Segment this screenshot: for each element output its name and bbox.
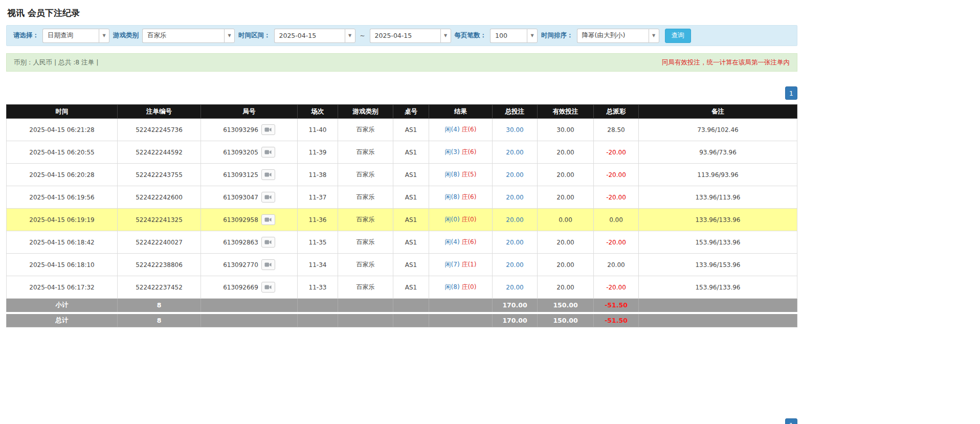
result-player: 闲(7): [445, 261, 460, 268]
video-replay-button[interactable]: [261, 169, 275, 180]
page-1-button[interactable]: 1: [785, 418, 797, 424]
chevron-down-icon[interactable]: ▼: [440, 29, 451, 43]
total-bet-link[interactable]: 30.00: [506, 126, 523, 133]
total-bet-link[interactable]: 20.00: [506, 239, 523, 246]
page-size-label: 每页笔数：: [455, 31, 487, 40]
query-type-select[interactable]: 日期查询 ▼: [42, 29, 109, 43]
pagination-top: 1: [6, 86, 797, 100]
subtotal-empty-cell: [393, 299, 429, 313]
video-replay-button[interactable]: [261, 192, 275, 203]
page-container: 视讯 会员下注纪录 请选择： 日期查询 ▼ 游戏类别 百家乐 ▼ 时间区间： 2…: [6, 0, 797, 424]
video-replay-button[interactable]: [261, 237, 275, 248]
round-id-text: 613093047: [223, 194, 258, 201]
game-type-value: 百家乐: [142, 29, 224, 43]
cell-valid-bet: 20.00: [538, 276, 594, 299]
cell-game: 百家乐: [338, 276, 393, 299]
round-id-text: 613092669: [223, 284, 258, 291]
records-table: 时间 注单编号 局号 场次 游戏类别 桌号 结果 总投注 有效投注 总派彩 备注…: [6, 104, 797, 327]
col-header-result: 结果: [429, 105, 493, 119]
cell-total-bet: 20.00: [493, 276, 538, 299]
total-bet-link[interactable]: 20.00: [506, 171, 523, 178]
table-row: 2025-04-15 06:20:28 522422243755 6130931…: [7, 164, 797, 186]
result-banker: 庄(0): [461, 283, 476, 291]
cell-remark: 93.96/73.96: [639, 141, 797, 164]
video-replay-button[interactable]: [261, 214, 275, 225]
date-from-select[interactable]: 2025-04-15 ▼: [274, 29, 355, 43]
grand-total-empty-cell: [201, 313, 298, 327]
result-banker: 庄(6): [461, 193, 476, 200]
round-id-text: 613093205: [223, 149, 258, 156]
round-id-text: 613092958: [223, 216, 258, 224]
page-size-select[interactable]: 100 ▼: [490, 29, 538, 43]
subtotal-payout: -51.50: [594, 299, 639, 313]
cell-round-id: 613093296: [201, 119, 298, 141]
cell-table-no: AS1: [393, 209, 429, 231]
chevron-down-icon[interactable]: ▼: [99, 29, 109, 43]
chevron-down-icon[interactable]: ▼: [224, 29, 235, 43]
video-replay-button[interactable]: [261, 259, 275, 270]
sort-label: 时间排序：: [541, 31, 573, 40]
grand-total-valid-bet: 150.00: [538, 313, 594, 327]
subtotal-total-bet: 170.00: [493, 299, 538, 313]
result-player: 闲(3): [445, 148, 460, 155]
cell-total-bet: 20.00: [493, 231, 538, 254]
cell-time: 2025-04-15 06:20:28: [7, 164, 118, 186]
cell-bet-id: 522422237452: [118, 276, 201, 299]
sort-value: 降幂(由大到小): [577, 29, 649, 43]
cell-total-bet: 20.00: [493, 164, 538, 186]
cell-bet-id: 522422245736: [118, 119, 201, 141]
cell-total-bet: 30.00: [493, 119, 538, 141]
cell-remark: 133.96/133.96: [639, 209, 797, 231]
result-banker: 庄(5): [461, 171, 476, 178]
col-header-session: 场次: [298, 105, 338, 119]
chevron-down-icon[interactable]: ▼: [649, 29, 659, 43]
cell-table-no: AS1: [393, 141, 429, 164]
col-header-table-no: 桌号: [393, 105, 429, 119]
cell-table-no: AS1: [393, 164, 429, 186]
result-player: 闲(4): [445, 238, 460, 246]
table-row: 2025-04-15 06:19:19 522422241325 6130929…: [7, 209, 797, 231]
cell-total-bet: 20.00: [493, 186, 538, 209]
date-to-select[interactable]: 2025-04-15 ▼: [370, 29, 451, 43]
grand-total-empty-cell: [429, 313, 493, 327]
query-type-label: 请选择：: [13, 31, 39, 40]
cell-bet-id: 522422238806: [118, 254, 201, 276]
video-replay-button[interactable]: [261, 282, 275, 293]
cell-bet-id: 522422243755: [118, 164, 201, 186]
result-player: 闲(4): [445, 126, 460, 133]
chevron-down-icon[interactable]: ▼: [345, 29, 355, 43]
total-bet-link[interactable]: 20.00: [506, 216, 523, 224]
cell-remark: 113.96/93.96: [639, 164, 797, 186]
result-player: 闲(8): [445, 171, 460, 178]
chevron-down-icon[interactable]: ▼: [527, 29, 538, 43]
cell-time: 2025-04-15 06:18:42: [7, 231, 118, 254]
cell-session: 11-40: [298, 119, 338, 141]
table-row: 2025-04-15 06:21:28 522422245736 6130932…: [7, 119, 797, 141]
cell-payout: 28.50: [594, 119, 639, 141]
cell-round-id: 613092863: [201, 231, 298, 254]
col-header-remark: 备注: [639, 105, 797, 119]
pagination-bottom: 1: [6, 418, 797, 424]
total-bet-link[interactable]: 20.00: [506, 194, 523, 201]
sort-select[interactable]: 降幂(由大到小) ▼: [577, 29, 659, 43]
cell-round-id: 613093205: [201, 141, 298, 164]
total-bet-link[interactable]: 20.00: [506, 149, 523, 156]
page-1-button[interactable]: 1: [785, 86, 797, 100]
col-header-time: 时间: [7, 105, 118, 119]
col-header-round-id: 局号: [201, 105, 298, 119]
cell-session: 11-38: [298, 164, 338, 186]
cell-remark: 133.96/153.96: [639, 254, 797, 276]
total-bet-link[interactable]: 20.00: [506, 284, 523, 291]
cell-payout: -20.00: [594, 164, 639, 186]
cell-session: 11-34: [298, 254, 338, 276]
search-button[interactable]: 查询: [665, 29, 691, 43]
cell-bet-id: 522422241325: [118, 209, 201, 231]
game-type-select[interactable]: 百家乐 ▼: [142, 29, 235, 43]
cell-total-bet: 20.00: [493, 141, 538, 164]
cell-result: 闲(8) 庄(5): [429, 164, 493, 186]
cell-remark: 133.96/113.96: [639, 186, 797, 209]
total-bet-link[interactable]: 20.00: [506, 261, 523, 269]
video-replay-button[interactable]: [261, 147, 275, 158]
video-replay-button[interactable]: [261, 124, 275, 135]
cell-result: 闲(8) 庄(6): [429, 186, 493, 209]
